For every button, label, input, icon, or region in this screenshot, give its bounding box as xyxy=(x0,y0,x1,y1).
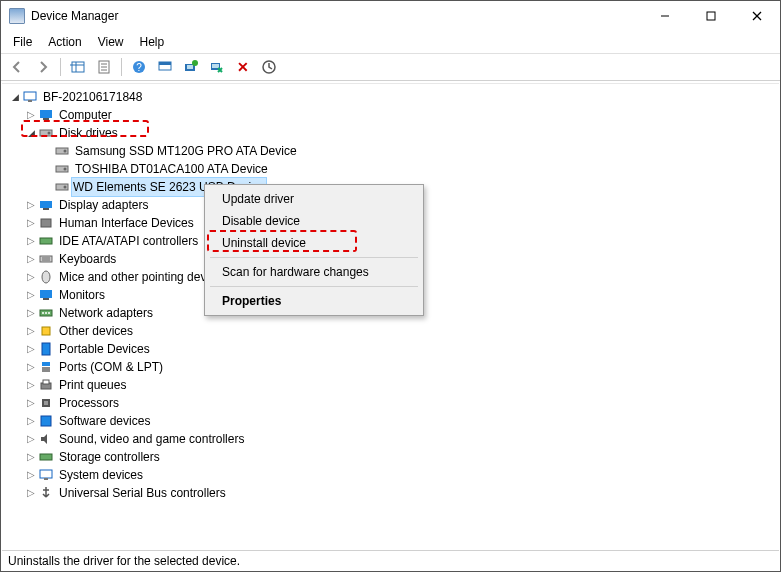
system-device-icon xyxy=(38,468,54,482)
ctx-scan-hardware[interactable]: Scan for hardware changes xyxy=(208,261,420,283)
tree-label: Monitors xyxy=(58,286,105,304)
expander-icon[interactable] xyxy=(24,394,38,412)
expander-icon[interactable] xyxy=(24,484,38,502)
menu-view[interactable]: View xyxy=(92,33,130,51)
ctx-update-driver[interactable]: Update driver xyxy=(208,188,420,210)
maximize-button[interactable] xyxy=(688,1,734,31)
ctx-label: Update driver xyxy=(222,192,294,206)
svg-rect-41 xyxy=(40,290,52,298)
expander-icon[interactable] xyxy=(24,268,38,286)
expander-icon[interactable] xyxy=(24,214,38,232)
help-button[interactable]: ? xyxy=(127,56,151,78)
display-adapter-icon xyxy=(38,198,54,212)
svg-point-26 xyxy=(48,132,51,135)
menu-file[interactable]: File xyxy=(7,33,38,51)
tree-device-samsung[interactable]: Samsung SSD MT120G PRO ATA Device xyxy=(8,142,775,160)
expander-icon[interactable] xyxy=(24,448,38,466)
update-driver-button[interactable] xyxy=(179,56,203,78)
show-hidden-button[interactable] xyxy=(66,56,90,78)
tree-root[interactable]: BF-202106171848 xyxy=(8,88,775,106)
expander-icon[interactable] xyxy=(24,124,38,142)
expander-icon[interactable] xyxy=(24,322,38,340)
ctx-label: Disable device xyxy=(222,214,300,228)
tree-category[interactable]: Sound, video and game controllers xyxy=(8,430,775,448)
expander-icon[interactable] xyxy=(24,466,38,484)
expander-icon[interactable] xyxy=(24,286,38,304)
tree-category[interactable]: System devices xyxy=(8,466,775,484)
title-bar: Device Manager xyxy=(1,1,780,31)
menu-help[interactable]: Help xyxy=(134,33,171,51)
context-menu: Update driver Disable device Uninstall d… xyxy=(204,184,424,316)
tree-label: Disk drives xyxy=(58,124,118,142)
tree-category[interactable]: Print queues xyxy=(8,376,775,394)
ctx-disable-device[interactable]: Disable device xyxy=(208,210,420,232)
toolbar: ? ✕ xyxy=(1,53,780,81)
disk-drive-icon xyxy=(54,162,70,176)
tree-label: Sound, video and game controllers xyxy=(58,430,244,448)
expander-icon[interactable] xyxy=(8,88,22,106)
monitor-icon xyxy=(38,288,54,302)
uninstall-x-button[interactable]: ✕ xyxy=(231,56,255,78)
expander-icon[interactable] xyxy=(24,304,38,322)
tree-category[interactable]: Universal Serial Bus controllers xyxy=(8,484,775,502)
tree-category[interactable]: Software devices xyxy=(8,412,775,430)
ctx-properties[interactable]: Properties xyxy=(208,290,420,312)
svg-rect-48 xyxy=(42,343,50,355)
close-button[interactable] xyxy=(734,1,780,31)
tree-root-label: BF-202106171848 xyxy=(42,88,142,106)
back-button[interactable] xyxy=(5,56,29,78)
forward-button[interactable] xyxy=(31,56,55,78)
properties-button[interactable] xyxy=(92,56,116,78)
tree-category[interactable]: Storage controllers xyxy=(8,448,775,466)
expander-icon[interactable] xyxy=(24,250,38,268)
keyboard-icon xyxy=(38,252,54,266)
ctx-divider xyxy=(210,257,418,258)
tree-label: Keyboards xyxy=(58,250,116,268)
monitor-icon xyxy=(38,108,54,122)
ctx-uninstall-device[interactable]: Uninstall device xyxy=(208,232,420,254)
tree-category[interactable]: Other devices xyxy=(8,322,775,340)
svg-rect-50 xyxy=(42,367,50,372)
window-title: Device Manager xyxy=(31,9,118,23)
svg-text:?: ? xyxy=(136,62,142,73)
expander-icon[interactable] xyxy=(24,340,38,358)
svg-rect-33 xyxy=(40,201,52,208)
minimize-button[interactable] xyxy=(642,1,688,31)
tree-device-toshiba[interactable]: TOSHIBA DT01ACA100 ATA Device xyxy=(8,160,775,178)
expander-icon[interactable] xyxy=(24,196,38,214)
tree-category-disk-drives[interactable]: Disk drives xyxy=(8,124,775,142)
other-device-icon xyxy=(38,324,54,338)
expander-icon[interactable] xyxy=(24,430,38,448)
expander-icon[interactable] xyxy=(24,412,38,430)
tree-label: IDE ATA/ATAPI controllers xyxy=(58,232,198,250)
ports-icon xyxy=(38,360,54,374)
tree-category-computer[interactable]: Computer xyxy=(8,106,775,124)
svg-rect-42 xyxy=(43,298,49,300)
svg-rect-19 xyxy=(212,64,219,68)
disk-drive-icon xyxy=(54,180,70,194)
uninstall-pc-button[interactable] xyxy=(205,56,229,78)
processor-icon xyxy=(38,396,54,410)
tree-category[interactable]: Portable Devices xyxy=(8,340,775,358)
expander-icon[interactable] xyxy=(24,232,38,250)
ctx-label: Scan for hardware changes xyxy=(222,265,369,279)
expander-icon[interactable] xyxy=(24,358,38,376)
menu-action[interactable]: Action xyxy=(42,33,87,51)
red-x-icon: ✕ xyxy=(237,59,249,75)
ctx-divider xyxy=(210,286,418,287)
expander-icon[interactable] xyxy=(24,106,38,124)
tree-label: Processors xyxy=(58,394,119,412)
svg-rect-1 xyxy=(707,12,715,20)
svg-point-46 xyxy=(48,312,50,314)
svg-rect-35 xyxy=(41,219,51,227)
svg-rect-4 xyxy=(72,62,84,72)
tree-category[interactable]: Processors xyxy=(8,394,775,412)
console-button[interactable] xyxy=(153,56,177,78)
software-device-icon xyxy=(38,414,54,428)
svg-rect-57 xyxy=(40,470,52,478)
expander-icon[interactable] xyxy=(24,376,38,394)
scan-hardware-button[interactable] xyxy=(257,56,281,78)
svg-rect-23 xyxy=(40,110,52,118)
tree-category[interactable]: Ports (COM & LPT) xyxy=(8,358,775,376)
svg-rect-34 xyxy=(43,208,49,210)
